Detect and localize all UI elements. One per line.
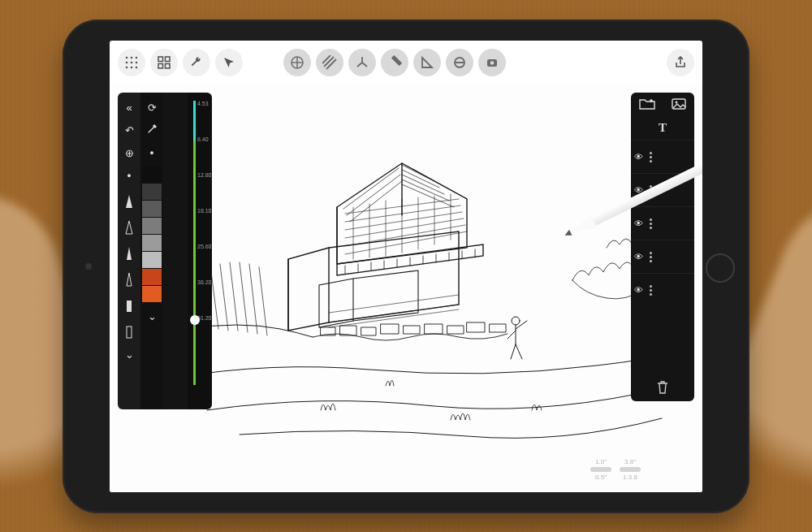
size-slider-track[interactable]	[193, 101, 196, 385]
camera-icon[interactable]	[478, 49, 506, 76]
svg-point-1	[131, 57, 133, 59]
svg-point-7	[131, 67, 133, 69]
symmetry-icon[interactable]	[283, 49, 311, 76]
drag-handle[interactable]	[646, 152, 655, 162]
refresh-icon[interactable]: ⟳	[142, 97, 162, 117]
svg-rect-11	[158, 64, 163, 69]
layer-row[interactable]: 👁	[631, 273, 694, 306]
dot-icon[interactable]: ●	[142, 143, 162, 162]
drag-handle[interactable]	[646, 185, 655, 196]
color-swatch[interactable]	[142, 218, 162, 234]
scale-indicator: 1.0" 0.5" 3.8" 1:3.8	[590, 458, 641, 481]
undo-icon[interactable]: ↶	[119, 120, 139, 140]
svg-line-16	[324, 57, 334, 67]
visibility-icon[interactable]: 👁	[631, 252, 646, 262]
svg-line-21	[362, 63, 367, 67]
brush-nib[interactable]	[121, 320, 137, 340]
svg-point-27	[512, 317, 520, 325]
color-swatch[interactable]	[142, 269, 162, 285]
drag-handle[interactable]	[646, 285, 655, 296]
hatch-icon[interactable]	[316, 49, 343, 76]
folder-plus-icon[interactable]	[631, 93, 663, 115]
top-toolbar	[110, 41, 702, 84]
svg-point-5	[136, 62, 138, 64]
svg-point-26	[490, 61, 495, 65]
scale-value: 1:3.8	[623, 474, 637, 481]
svg-rect-28	[127, 301, 132, 312]
triangle-ruler-icon[interactable]	[413, 49, 441, 76]
grid-3x3-icon[interactable]	[118, 49, 145, 76]
size-tick: 12.80	[197, 172, 212, 178]
svg-rect-9	[158, 57, 163, 62]
brush-nib[interactable]	[121, 242, 137, 262]
image-icon[interactable]	[663, 93, 694, 115]
visibility-icon[interactable]: 👁	[631, 152, 646, 162]
visibility-icon[interactable]: 👁	[631, 218, 646, 228]
scale-value: 3.8"	[624, 458, 636, 465]
svg-rect-22	[391, 55, 402, 66]
svg-line-17	[326, 59, 336, 69]
dot-icon[interactable]: ●	[119, 166, 139, 185]
svg-point-6	[126, 67, 128, 69]
color-swatch[interactable]	[142, 201, 162, 217]
visibility-icon[interactable]: 👁	[631, 285, 646, 295]
color-swatch[interactable]	[142, 167, 162, 183]
color-swatch[interactable]	[142, 252, 162, 268]
share-icon[interactable]	[667, 49, 694, 76]
svg-rect-29	[127, 327, 132, 338]
drag-handle[interactable]	[646, 218, 655, 229]
color-swatch[interactable]	[142, 184, 162, 200]
scale-bar	[620, 467, 641, 472]
svg-point-31	[675, 102, 677, 104]
compass-icon[interactable]	[446, 49, 473, 76]
layers-panel: T 👁👁👁👁👁	[631, 93, 694, 401]
brush-nib[interactable]	[121, 190, 137, 210]
ipad-device: 1.0" 0.5" 3.8" 1:3.8 « ↶ ⊕	[63, 19, 749, 513]
wrench-icon[interactable]	[183, 49, 210, 76]
svg-point-3	[126, 62, 128, 64]
size-tick: 25.60	[197, 244, 212, 249]
size-tick: 4.53	[197, 101, 209, 106]
drag-handle[interactable]	[646, 252, 655, 262]
svg-point-4	[131, 62, 133, 64]
size-slider-knob[interactable]	[190, 315, 200, 325]
size-tick: 18.10	[197, 208, 212, 214]
brush-nib[interactable]	[121, 294, 137, 314]
brush-panel: « ↶ ⊕ ● ⌄ ⟳	[118, 93, 212, 409]
layer-row[interactable]: 👁	[631, 240, 694, 273]
svg-point-2	[136, 57, 138, 59]
home-button[interactable]	[706, 253, 735, 283]
ruler-icon[interactable]	[381, 49, 408, 76]
svg-point-0	[126, 57, 128, 59]
scale-value: 0.5"	[595, 474, 607, 481]
color-swatch[interactable]	[142, 286, 162, 302]
target-icon[interactable]: ⊕	[119, 143, 139, 162]
front-camera	[85, 263, 92, 270]
visibility-icon[interactable]: 👁	[631, 185, 646, 195]
app-screen: 1.0" 0.5" 3.8" 1:3.8 « ↶ ⊕	[110, 41, 702, 492]
pointer-icon[interactable]	[215, 49, 243, 76]
scale-bar	[590, 467, 611, 472]
text-tool[interactable]: T	[631, 115, 694, 140]
chevron-down-icon[interactable]: ⌄	[119, 344, 139, 364]
color-swatch[interactable]	[142, 235, 162, 251]
brush-nib[interactable]	[121, 268, 137, 288]
trash-icon[interactable]	[631, 374, 694, 401]
svg-rect-10	[166, 57, 171, 62]
size-tick: 38.20	[197, 279, 212, 285]
size-tick: 8.40	[197, 136, 209, 142]
chevron-down-icon[interactable]: ⌄	[142, 306, 162, 326]
grid-2x2-icon[interactable]	[150, 49, 178, 76]
scale-value: 1.0"	[595, 458, 607, 465]
svg-rect-12	[166, 64, 171, 69]
layer-row[interactable]: 👁	[631, 173, 694, 206]
brush-nib[interactable]	[121, 216, 137, 236]
eyedropper-icon[interactable]	[142, 120, 162, 140]
layer-row[interactable]: 👁	[631, 140, 694, 173]
svg-line-20	[357, 63, 362, 67]
collapse-icon[interactable]: «	[119, 97, 139, 117]
axis-icon[interactable]	[348, 49, 376, 76]
svg-point-8	[136, 67, 138, 69]
layer-row[interactable]: 👁	[631, 206, 694, 240]
